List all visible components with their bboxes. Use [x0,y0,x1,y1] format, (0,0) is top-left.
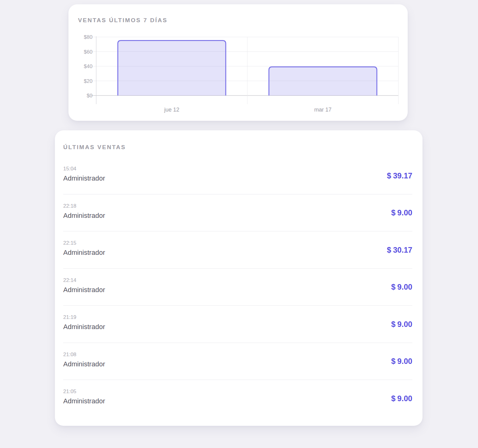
y-axis-tick-label: $40 [84,63,93,69]
currency-symbol: $ [387,171,391,180]
sale-amount: $9.00 [391,394,412,403]
latest-sales-card: ÚLTIMAS VENTAS 15:04 Administrador $39.1… [55,130,422,426]
currency-symbol: $ [391,394,395,403]
sale-amount-value: 9.00 [397,394,412,403]
sale-amount: $9.00 [391,283,412,291]
sale-time: 22:18 [63,203,412,209]
sale-time: 22:15 [63,240,412,246]
sale-amount: $30.17 [387,245,412,254]
sale-user: Administrador [63,397,412,406]
sale-amount-value: 39.17 [393,171,412,180]
y-axis-tick-label: $20 [84,78,93,84]
y-axis-tick-label: $80 [84,34,93,40]
sale-amount: $9.00 [391,357,412,366]
sale-row: 21:08 Administrador $9.00 [63,343,412,380]
sale-user: Administrador [63,211,412,220]
sale-time: 21:05 [63,388,412,395]
sale-user: Administrador [63,285,412,295]
sale-amount-value: 30.17 [393,245,412,254]
currency-symbol: $ [391,283,395,291]
y-axis-tick-label: $60 [84,49,93,55]
x-axis-category-label: mar 17 [314,107,332,113]
sale-row: 15:04 Administrador $39.17 [63,157,412,194]
sale-row: 21:05 Administrador $9.00 [63,380,412,417]
sale-time: 15:04 [63,165,412,172]
y-axis-tick-label: $0 [87,93,93,99]
latest-sales-title: ÚLTIMAS VENTAS [63,144,126,151]
currency-symbol: $ [391,208,395,217]
sales-bar-chart: $0$20$40$60$80jue 12mar 17 [68,4,408,121]
currency-symbol: $ [387,245,391,254]
sale-time: 21:08 [63,351,412,358]
sale-amount-value: 9.00 [397,208,412,217]
sale-amount-value: 9.00 [397,320,412,328]
sale-amount-value: 9.00 [397,283,412,291]
sale-user: Administrador [63,248,412,257]
sale-row: 22:15 Administrador $30.17 [63,231,412,269]
chart-bar[interactable] [118,40,226,96]
x-axis-category-label: jue 12 [164,107,179,113]
sale-row: 22:18 Administrador $9.00 [63,194,412,232]
sales-chart-card: VENTAS ÚLTIMOS 7 DÍAS $0$20$40$60$80jue … [68,4,408,121]
sale-row: 22:14 Administrador $9.00 [63,269,412,306]
sale-amount: $9.00 [391,208,412,217]
currency-symbol: $ [391,357,395,365]
sale-time: 21:19 [63,314,412,320]
sale-user: Administrador [63,360,412,369]
sale-user: Administrador [63,322,412,332]
sale-amount: $39.17 [387,171,412,180]
sales-list: 15:04 Administrador $39.17 22:18 Adminis… [63,157,412,417]
currency-symbol: $ [391,320,395,328]
chart-bar[interactable] [269,67,377,96]
sale-user: Administrador [63,174,412,183]
sale-time: 22:14 [63,277,412,283]
sale-row: 21:19 Administrador $9.00 [63,306,412,343]
sale-amount: $9.00 [391,320,412,328]
sale-amount-value: 9.00 [397,357,412,365]
